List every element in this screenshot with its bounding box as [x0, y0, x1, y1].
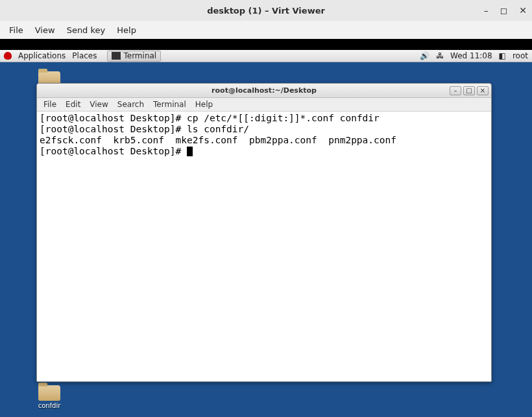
term-menu-search[interactable]: Search	[117, 100, 144, 109]
terminal-window[interactable]: root@localhost:~/Desktop – □ × File Edit…	[36, 83, 492, 382]
terminal-content[interactable]: [root@localhost Desktop]# cp /etc/*[[:di…	[37, 112, 491, 381]
vv-menu-view[interactable]: View	[35, 25, 55, 35]
term-menu-terminal[interactable]: Terminal	[153, 100, 186, 109]
term-line2-prompt: [root@localhost Desktop]#	[40, 124, 187, 134]
taskbar-terminal-button[interactable]: Terminal	[107, 51, 161, 62]
term-line3-output: e2fsck.conf krb5.conf mke2fs.conf pbm2pp…	[40, 135, 396, 145]
vv-minimize-button[interactable]: –	[484, 5, 489, 16]
desktop-folder-confdir[interactable]: confdir	[36, 385, 62, 409]
terminal-maximize-button[interactable]: □	[463, 86, 475, 95]
black-border-strip	[0, 39, 532, 50]
vv-menu-sendkey[interactable]: Send key	[67, 25, 106, 35]
applications-menu[interactable]: Applications	[18, 51, 66, 60]
user-menu-icon[interactable]: ◧	[499, 51, 506, 60]
virt-viewer-title: desktop (1) – Virt Viewer	[0, 6, 532, 16]
places-menu[interactable]: Places	[72, 51, 97, 60]
term-line4-prompt: [root@localhost Desktop]#	[40, 146, 187, 156]
network-icon[interactable]: 🖧	[436, 51, 444, 60]
vv-menu-file[interactable]: File	[9, 25, 23, 35]
vv-menu-help[interactable]: Help	[117, 25, 136, 35]
terminal-minimize-button[interactable]: –	[450, 86, 461, 95]
folder-icon	[38, 385, 60, 401]
distro-logo-icon	[4, 52, 12, 60]
user-label[interactable]: root	[513, 51, 528, 60]
terminal-menubar: File Edit View Search Terminal Help	[37, 98, 491, 112]
term-menu-help[interactable]: Help	[195, 100, 213, 109]
virt-viewer-menubar: File View Send key Help	[0, 21, 532, 39]
taskbar-terminal-label: Terminal	[123, 51, 156, 60]
terminal-title: root@localhost:~/Desktop	[37, 86, 491, 95]
term-line1-prompt: [root@localhost Desktop]#	[40, 113, 187, 123]
term-menu-view[interactable]: View	[90, 100, 108, 109]
term-line1-cmd: cp /etc/*[[:digit:]]*.conf confdir	[187, 113, 380, 123]
vv-maximize-button[interactable]: ◻	[500, 5, 508, 16]
desktop-folder-confdir-label: confdir	[36, 402, 62, 409]
term-line2-cmd: ls confdir/	[187, 124, 249, 134]
term-menu-file[interactable]: File	[43, 100, 56, 109]
terminal-cursor	[187, 147, 193, 156]
virt-viewer-titlebar[interactable]: desktop (1) – Virt Viewer – ◻ ✕	[0, 0, 532, 21]
guest-desktop[interactable]: confdir root@localhost:~/Desktop – □ × F…	[0, 62, 532, 417]
terminal-titlebar[interactable]: root@localhost:~/Desktop – □ ×	[37, 84, 491, 98]
terminal-icon	[112, 52, 121, 60]
terminal-close-button[interactable]: ×	[477, 86, 489, 95]
sound-icon[interactable]: 🔊	[420, 51, 429, 60]
clock-label[interactable]: Wed 11:08	[450, 51, 492, 60]
term-menu-edit[interactable]: Edit	[66, 100, 80, 109]
vv-close-button[interactable]: ✕	[519, 5, 527, 16]
gnome-top-panel: Applications Places Terminal 🔊 🖧 Wed 11:…	[0, 50, 532, 62]
